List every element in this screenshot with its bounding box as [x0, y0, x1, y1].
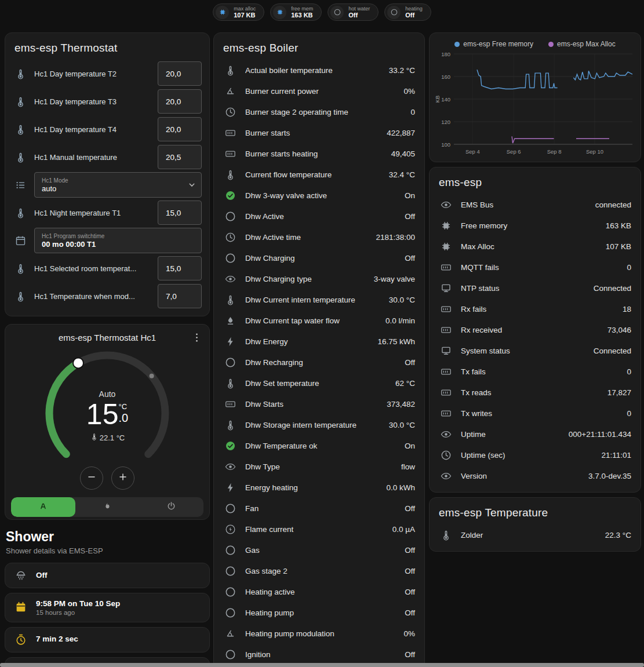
shower-state-card[interactable]: Off [5, 563, 210, 588]
entity-row-burner-starts-heating[interactable]: Burner starts heating49,405 [214, 143, 424, 164]
entity-row-tx-fails[interactable]: Tx fails0 [430, 361, 641, 382]
entity-row-fan[interactable]: FanOff [214, 498, 424, 519]
config-row-hc1-mode: Hc1 Modeauto [5, 171, 209, 199]
current-temperature: 22.1 °C [90, 432, 125, 443]
legend-item-ems-esp-free-memory[interactable]: ems-esp Free memory [454, 40, 533, 48]
entity-row-ems-bus[interactable]: EMS Busconnected [430, 194, 641, 215]
entity-row-max-alloc[interactable]: Max Alloc107 KB [430, 236, 641, 257]
entity-row-dhw-energy[interactable]: Dhw Energy16.75 kWh [214, 331, 424, 352]
mode-button-auto[interactable] [11, 497, 75, 517]
config-row-hc1-selected-room-temperat: Hc1 Selected room temperat...15,0 [5, 254, 209, 282]
entity-row-system-status[interactable]: System statusConnected [430, 340, 641, 361]
increase-temp-button[interactable] [111, 466, 134, 490]
mode-button-flame[interactable] [75, 497, 140, 517]
thermometer-icon [90, 432, 99, 443]
entity-row-free-memory[interactable]: Free memory163 KB [430, 215, 641, 236]
entity-row-ignition[interactable]: IgnitionOff [214, 644, 424, 665]
entity-row-dhw-current-tap-water-flow[interactable]: Dhw Current tap water flow0.0 l/min [214, 310, 424, 331]
thermometer-icon [13, 290, 27, 302]
entity-row-energy-heating[interactable]: Energy heating0.0 kWh [214, 477, 424, 498]
config-row-hc1-manual-temperature: Hc1 Manual temperature20,5 [5, 143, 209, 171]
entity-row-zolder[interactable]: Zolder22.3 °C [430, 524, 641, 545]
entity-row-heating-active[interactable]: Heating activeOff [214, 581, 424, 602]
entity-row-heating-pump-modulation[interactable]: Heating pump modulation0% [214, 623, 424, 644]
memory-line-chart[interactable]: Sep 4Sep 6Sep 8Sep 10100120140160180KB [434, 49, 636, 157]
entity-row-dhw-type[interactable]: Dhw Typeflow [214, 456, 424, 477]
badge-max-alloc[interactable]: max alloc107 KB [213, 3, 264, 21]
entity-row-rx-fails[interactable]: Rx fails18 [430, 298, 641, 319]
badge-heating[interactable]: heatingOff [384, 3, 431, 21]
decrease-temp-button[interactable] [80, 466, 103, 490]
number-input-hc1-day-temperature-t2[interactable]: 20,0 [158, 61, 202, 86]
badge-free-mem[interactable]: free mem163 KB [270, 3, 322, 21]
badge-hot-water[interactable]: hot waterOff [328, 3, 379, 21]
legend-item-ems-esp-max-alloc[interactable]: ems-esp Max Alloc [548, 40, 616, 48]
circle-outline-icon [223, 502, 237, 515]
chip-icon [439, 220, 453, 232]
dots-vertical-icon [191, 331, 203, 346]
entity-row-gas[interactable]: GasOff [214, 540, 424, 560]
network-icon [439, 282, 453, 294]
entity-row-dhw-starts[interactable]: Dhw Starts373,482 [214, 393, 424, 414]
entity-row-rx-received[interactable]: Rx received73,046 [430, 319, 641, 340]
entity-row-actual-boiler-temperature[interactable]: Actual boiler temperature33.2 °C [214, 60, 424, 81]
circle-outline-icon [223, 252, 237, 264]
network-icon [439, 345, 453, 357]
entity-row-heating-pump[interactable]: Heating pumpOff [214, 602, 424, 623]
thermometer-icon [223, 169, 237, 181]
entity-row-gas-stage-2[interactable]: Gas stage 2Off [214, 560, 424, 581]
shower-duration-card[interactable]: 7 min 2 sec [5, 627, 210, 653]
circle-outline-icon [223, 544, 237, 556]
scrollbar-thumb[interactable] [0, 663, 644, 667]
entity-row-version[interactable]: Version3.7.0-dev.35 [430, 465, 641, 486]
entity-row-current-flow-temperature[interactable]: Current flow temperature32.4 °C [214, 164, 424, 185]
entity-row-dhw-recharging[interactable]: Dhw RechargingOff [214, 352, 424, 373]
entity-row-tx-reads[interactable]: Tx reads17,827 [430, 382, 641, 403]
number-input-hc1-temperature-when-mod[interactable]: 7,0 [158, 284, 202, 308]
entity-row-dhw-charging-type[interactable]: Dhw Charging type3-way valve [214, 268, 424, 289]
select-hc1-mode[interactable]: Hc1 Modeauto [34, 172, 202, 198]
power-icon [166, 501, 177, 514]
entity-row-dhw-charging[interactable]: Dhw ChargingOff [214, 247, 424, 268]
check-circle-icon [223, 440, 237, 452]
mode-button-power[interactable] [139, 497, 203, 517]
entity-row-burner-starts[interactable]: Burner starts422,887 [214, 122, 424, 143]
counter-icon [439, 324, 453, 336]
entity-row-uptime-sec[interactable]: Uptime (sec)21:11:01 [430, 444, 641, 465]
entity-row-dhw-active-time[interactable]: Dhw Active time2181:38:00 [214, 227, 424, 247]
entity-row-burner-current-power[interactable]: Burner current power0% [214, 81, 424, 101]
number-input-hc1-day-temperature-t3[interactable]: 20,0 [158, 89, 202, 114]
number-input-hc1-manual-temperature[interactable]: 20,5 [158, 145, 202, 169]
entity-row-dhw-active[interactable]: Dhw ActiveOff [214, 206, 424, 227]
svg-text:Sep 4: Sep 4 [465, 148, 480, 155]
entity-row-dhw-current-intern-temperature[interactable]: Dhw Current intern temperature30.0 °C [214, 289, 424, 310]
dial-mode-label: Auto [99, 389, 116, 399]
entity-row-ntp-status[interactable]: NTP statusConnected [430, 278, 641, 298]
entity-row-flame-current[interactable]: Flame current0.0 µA [214, 519, 424, 540]
entity-row-dhw-storage-intern-temperature[interactable]: Dhw Storage intern temperature30.0 °C [214, 414, 424, 435]
thermostat-entities-card: ems-esp Thermostat Hc1 Day temperature T… [5, 32, 210, 316]
config-row-hc1-day-temperature-t3: Hc1 Day temperature T320,0 [5, 88, 209, 115]
text-input-hc1-program-switchtime[interactable]: Hc1 Program switchtime00 mo 00:00 T1 [34, 228, 202, 253]
card-title: ems-esp Temperature [430, 498, 641, 524]
thermostat-dial[interactable]: Auto 15 °C .0 22.1 °C [38, 344, 177, 485]
circle-outline-icon [223, 586, 237, 598]
shower-last-ago: 15 hours ago [36, 609, 120, 616]
more-menu-button[interactable] [188, 330, 205, 347]
counter-icon [439, 366, 453, 378]
horizontal-scrollbar[interactable] [0, 663, 644, 667]
number-input-hc1-night-temperature-t1[interactable]: 15,0 [158, 201, 202, 225]
entity-row-burner-stage-2-operating-time[interactable]: Burner stage 2 operating time0 [214, 101, 424, 122]
legend-dot [548, 42, 554, 47]
auto-icon [38, 501, 49, 514]
entity-row-dhw-3-way-valve-active[interactable]: Dhw 3-way valve activeOn [214, 185, 424, 206]
entity-row-uptime[interactable]: Uptime000+21:11:01.434 [430, 424, 641, 444]
number-input-hc1-day-temperature-t4[interactable]: 20,0 [158, 117, 202, 141]
circle-outline-icon [223, 210, 237, 223]
entity-row-tx-writes[interactable]: Tx writes0 [430, 403, 641, 424]
entity-row-mqtt-fails[interactable]: MQTT fails0 [430, 257, 641, 278]
number-input-hc1-selected-room-temperat[interactable]: 15,0 [158, 256, 202, 280]
entity-row-dhw-temperature-ok[interactable]: Dhw Temperature okOn [214, 435, 424, 456]
entity-row-dhw-set-temperature[interactable]: Dhw Set temperature62 °C [214, 373, 424, 393]
shower-last-card[interactable]: 9:58 PM on Tue 10 Sep 15 hours ago [5, 593, 210, 622]
